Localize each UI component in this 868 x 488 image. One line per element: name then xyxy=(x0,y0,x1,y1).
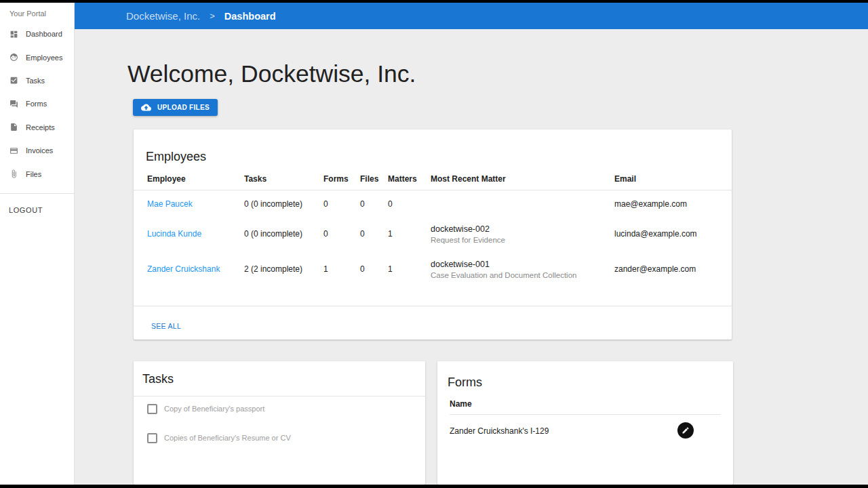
sidebar-item-label: Invoices xyxy=(26,146,53,155)
sidebar-item-files[interactable]: Files xyxy=(0,162,74,185)
column-header-most-recent-matter: Most Recent Matter xyxy=(431,174,612,184)
column-header-forms: Forms xyxy=(323,174,359,184)
employee-forms: 1 xyxy=(323,264,359,274)
employee-forms: 0 xyxy=(323,229,359,239)
employee-tasks: 0 (0 incomplete) xyxy=(244,199,322,209)
tasks-card: Tasks Copy of Beneficiary's passport Cop… xyxy=(134,361,425,485)
see-all-link[interactable]: SEE ALL xyxy=(151,322,181,330)
sidebar: Your Portal Dashboard Employees Tasks Fo… xyxy=(0,3,75,485)
breadcrumb-current: Dashboard xyxy=(224,11,276,22)
task-label: Copies of Beneficiary's Resume or CV xyxy=(164,434,291,442)
face-icon xyxy=(9,53,18,62)
task-checkbox[interactable] xyxy=(147,433,157,443)
letterbox-bottom xyxy=(0,485,868,488)
breadcrumb-separator-icon: > xyxy=(210,11,215,21)
cloud-upload-icon xyxy=(141,102,151,113)
tasks-divider xyxy=(134,396,425,396)
sidebar-item-label: Dashboard xyxy=(26,30,62,38)
matter-description: Request for Evidence xyxy=(431,236,612,244)
sidebar-item-invoices[interactable]: Invoices xyxy=(0,139,74,162)
sidebar-item-label: Receipts xyxy=(26,123,55,131)
matter-description: Case Evaluation and Document Collection xyxy=(431,271,612,279)
task-item: Copy of Beneficiary's passport xyxy=(147,402,264,415)
logout-button[interactable]: LOGOUT xyxy=(9,206,43,214)
employees-table-header: Employee Tasks Forms Files Matters Most … xyxy=(134,168,732,190)
task-label: Copy of Beneficiary's passport xyxy=(164,405,264,413)
task-item: Copies of Beneficiary's Resume or CV xyxy=(147,431,291,445)
sidebar-item-employees[interactable]: Employees xyxy=(0,45,74,68)
sidebar-nav: Dashboard Employees Tasks Forms Receipts… xyxy=(0,22,74,186)
employee-name-link[interactable]: Lucinda Kunde xyxy=(147,229,242,239)
sidebar-item-receipts[interactable]: Receipts xyxy=(0,116,74,139)
sidebar-item-label: Files xyxy=(26,170,41,178)
employee-table-row: Zander Cruickshank 2 (2 incomplete) 1 0 … xyxy=(134,250,732,288)
chat-icon xyxy=(9,100,18,108)
employee-files: 0 xyxy=(360,199,387,209)
employee-forms: 0 xyxy=(323,199,359,209)
employee-name-link[interactable]: Zander Cruickshank xyxy=(147,264,242,274)
employee-recent-matter: docketwise-002 Request for Evidence xyxy=(431,224,612,244)
matter-id: docketwise-001 xyxy=(431,260,612,269)
table-footer-divider xyxy=(134,306,732,306)
breadcrumb-root[interactable]: Docketwise, Inc. xyxy=(126,10,200,22)
task-checkbox[interactable] xyxy=(147,404,157,414)
tasks-card-title: Tasks xyxy=(142,372,174,386)
employee-files: 0 xyxy=(360,229,387,239)
sidebar-item-tasks[interactable]: Tasks xyxy=(0,69,74,92)
sidebar-item-label: Tasks xyxy=(26,77,45,85)
employee-name-link[interactable]: Mae Paucek xyxy=(147,199,242,209)
matter-id: docketwise-002 xyxy=(431,224,612,234)
employee-recent-matter: docketwise-001 Case Evaluation and Docum… xyxy=(431,260,612,279)
column-header-employee: Employee xyxy=(147,174,242,184)
employee-matters: 0 xyxy=(388,199,429,209)
upload-files-label: UPLOAD FILES xyxy=(157,104,210,111)
employee-table-row: Lucinda Kunde 0 (0 incomplete) 0 0 1 doc… xyxy=(134,218,732,250)
dashboard-icon xyxy=(9,30,18,39)
sidebar-item-label: Forms xyxy=(26,100,47,108)
sidebar-item-dashboard[interactable]: Dashboard xyxy=(0,22,74,45)
employee-email: mae@example.com xyxy=(614,199,726,209)
forms-name-column-header: Name xyxy=(450,399,472,409)
employee-email: zander@example.com xyxy=(614,264,726,274)
forms-card: Forms Name Zander Cruickshank's I-129 xyxy=(437,361,733,485)
app-bar: Docketwise, Inc. > Dashboard xyxy=(75,3,868,29)
page-title: Welcome, Docketwise, Inc. xyxy=(127,62,416,87)
sidebar-item-forms[interactable]: Forms xyxy=(0,92,74,115)
paperclip-icon xyxy=(9,169,18,178)
sidebar-title: Your Portal xyxy=(9,9,46,18)
forms-divider xyxy=(450,414,721,415)
employee-tasks: 0 (0 incomplete) xyxy=(244,229,322,239)
checkbox-icon xyxy=(9,76,18,85)
employees-card: Employees Employee Tasks Forms Files Mat… xyxy=(134,129,732,340)
document-icon xyxy=(9,123,18,131)
form-row-name: Zander Cruickshank's I-129 xyxy=(450,426,549,436)
employee-matters: 1 xyxy=(388,264,429,274)
column-header-tasks: Tasks xyxy=(244,174,322,184)
upload-files-button[interactable]: UPLOAD FILES xyxy=(133,99,218,116)
employee-matters: 1 xyxy=(388,229,429,239)
employee-tasks: 2 (2 incomplete) xyxy=(244,264,322,274)
employee-email: lucinda@example.com xyxy=(614,229,726,239)
column-header-matters: Matters xyxy=(388,174,429,184)
sidebar-item-label: Employees xyxy=(26,54,62,62)
employees-card-title: Employees xyxy=(146,150,206,164)
employee-files: 0 xyxy=(360,264,387,274)
employee-table-row: Mae Paucek 0 (0 incomplete) 0 0 0 mae@ex… xyxy=(134,190,732,218)
column-header-files: Files xyxy=(360,174,387,184)
credit-card-icon xyxy=(9,146,18,155)
column-header-email: Email xyxy=(614,174,726,184)
edit-form-button[interactable] xyxy=(677,422,694,439)
sidebar-divider xyxy=(0,193,74,194)
forms-card-title: Forms xyxy=(448,375,482,390)
pencil-icon xyxy=(682,426,690,434)
